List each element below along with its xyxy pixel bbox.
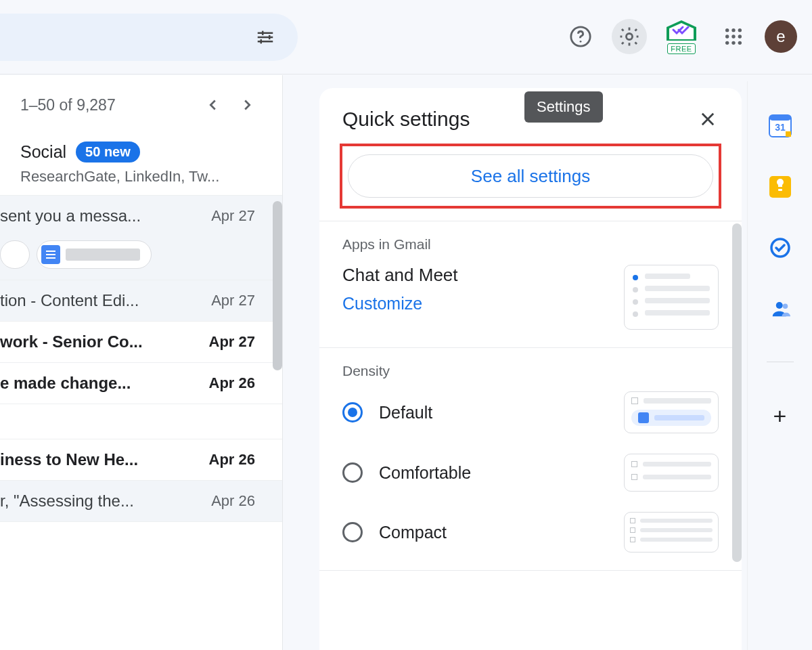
svg-point-26: [782, 304, 788, 309]
category-subtitle: ResearchGate, LinkedIn, Tw...: [20, 168, 262, 186]
message-row[interactable]: sent you a messa... Apr 27: [0, 196, 282, 280]
section-apps-in-gmail: Apps in Gmail Chat and Meet Customize: [319, 221, 742, 347]
attachment-name-redacted: [66, 248, 140, 261]
density-option-comfortable[interactable]: Comfortable: [342, 454, 719, 492]
rail-add-button[interactable]: +: [773, 403, 787, 429]
message-subject: iness to New He...: [0, 450, 201, 469]
side-panel-rail: 31 +: [747, 81, 812, 650]
radio-default[interactable]: [342, 402, 363, 422]
svg-point-15: [725, 41, 729, 45]
tasks-icon: [769, 237, 791, 259]
customize-link[interactable]: Customize: [342, 294, 458, 313]
radio-comfortable[interactable]: [342, 462, 363, 483]
mailtrack-extension[interactable]: FREE: [660, 19, 702, 54]
rail-keep[interactable]: [768, 175, 792, 199]
docs-icon: [41, 245, 60, 264]
quick-settings-panel: Quick settings See all settings Apps in …: [319, 88, 742, 650]
svg-point-10: [731, 28, 735, 32]
svg-point-12: [725, 35, 729, 38]
svg-rect-23: [778, 189, 782, 191]
svg-point-7: [580, 41, 582, 43]
inbox-header: 1–50 of 9,287: [0, 75, 282, 129]
svg-point-25: [775, 302, 782, 309]
rail-contacts[interactable]: [768, 297, 792, 321]
message-date: Apr 26: [209, 374, 269, 392]
density-option-default[interactable]: Default: [342, 391, 719, 433]
avatar-letter: e: [776, 27, 785, 46]
section-title: Apps in Gmail: [342, 236, 719, 253]
mailtrack-icon: [665, 19, 698, 42]
pager-text: 1–50 of 9,287: [20, 96, 116, 114]
panel-title: Quick settings: [342, 108, 470, 131]
google-apps-button[interactable]: [716, 19, 751, 54]
svg-point-8: [626, 33, 632, 39]
radio-compact[interactable]: [342, 522, 363, 542]
section-density: Density Default Comfortable: [319, 347, 742, 570]
top-actions: FREE e: [563, 19, 797, 54]
svg-point-16: [731, 41, 735, 45]
panel-scrollbar[interactable]: [732, 223, 742, 562]
message-subject: e made change...: [0, 374, 201, 393]
attachment-chips: [0, 240, 269, 269]
message-subject: tion - Content Edi...: [0, 291, 203, 310]
help-icon: [569, 25, 592, 48]
density-label: Default: [379, 403, 432, 422]
rail-calendar[interactable]: 31: [768, 114, 792, 138]
message-date: Apr 27: [209, 333, 269, 351]
density-label: Compact: [379, 523, 447, 542]
inbox-column: 1–50 of 9,287 Social 50 new ResearchGate…: [0, 75, 283, 650]
message-row[interactable]: iness to New He... Apr 26: [0, 439, 282, 481]
attachment-chip[interactable]: [0, 240, 30, 269]
rail-divider: [767, 362, 794, 362]
mailtrack-free-badge: FREE: [667, 43, 695, 54]
pager-next[interactable]: [232, 90, 262, 120]
chevron-left-icon: [206, 98, 221, 112]
message-row[interactable]: e made change... Apr 26: [0, 363, 282, 404]
search-options-button[interactable]: [252, 24, 279, 51]
density-option-compact[interactable]: Compact: [342, 512, 719, 552]
chevron-right-icon: [240, 98, 254, 112]
message-row[interactable]: r, "Assessing the... Apr 26: [0, 481, 282, 522]
see-all-highlight: See all settings: [340, 144, 721, 209]
section-divider: [319, 570, 742, 577]
category-title: Social: [20, 142, 66, 162]
svg-point-9: [725, 28, 729, 32]
message-date: Apr 26: [209, 451, 269, 469]
contacts-icon: [770, 299, 790, 319]
density-preview-default: [624, 391, 719, 433]
message-row[interactable]: tion - Content Edi... Apr 27: [0, 280, 282, 322]
see-all-settings-button[interactable]: See all settings: [348, 154, 713, 198]
density-preview-comfortable: [624, 454, 719, 492]
density-preview-compact: [624, 512, 719, 552]
search-bar[interactable]: [0, 14, 298, 61]
message-row[interactable]: work - Senior Co... Apr 27: [0, 322, 282, 363]
message-date: Apr 27: [211, 292, 269, 309]
svg-text:31: 31: [775, 122, 786, 133]
tune-icon: [255, 27, 275, 47]
help-button[interactable]: [563, 19, 598, 54]
message-row-empty: [0, 404, 282, 439]
pager-prev[interactable]: [198, 90, 228, 120]
apps-grid-icon: [724, 27, 743, 46]
svg-rect-20: [786, 131, 791, 137]
rail-tasks[interactable]: [768, 236, 792, 260]
message-subject: sent you a messa...: [0, 207, 203, 225]
keep-icon: [769, 176, 791, 198]
chat-meet-preview: [624, 265, 719, 330]
density-label: Comfortable: [379, 463, 471, 483]
gear-icon: [618, 25, 641, 48]
attachment-chip[interactable]: [37, 240, 152, 269]
svg-point-17: [738, 41, 742, 45]
calendar-icon: 31: [769, 114, 792, 137]
message-date: Apr 27: [211, 207, 269, 225]
see-all-label: See all settings: [471, 166, 590, 187]
inbox-scrollbar[interactable]: [273, 201, 282, 370]
svg-point-14: [738, 35, 742, 38]
section-title: Density: [342, 363, 719, 379]
settings-tooltip: Settings: [524, 91, 603, 123]
account-avatar[interactable]: e: [765, 20, 797, 53]
svg-rect-19: [769, 115, 791, 121]
settings-button[interactable]: [612, 19, 647, 54]
close-button[interactable]: [694, 106, 721, 133]
category-social[interactable]: Social 50 new ResearchGate, LinkedIn, Tw…: [0, 129, 282, 196]
